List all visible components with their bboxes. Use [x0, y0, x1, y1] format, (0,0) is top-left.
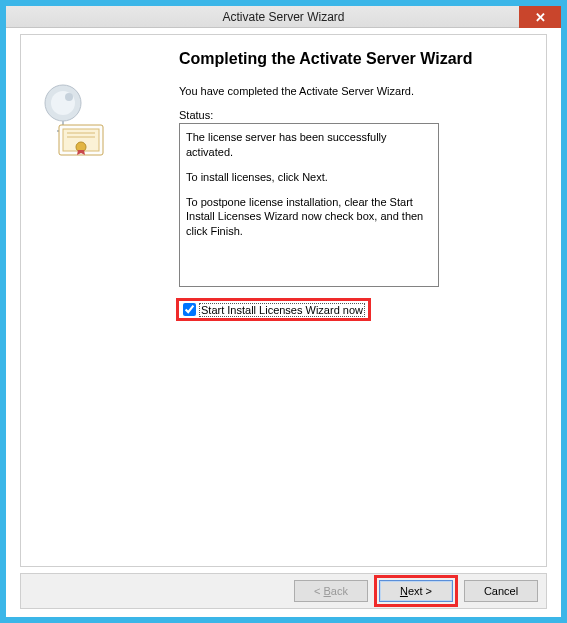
status-line: To install licenses, click Next.	[186, 170, 432, 185]
next-button[interactable]: Next >	[379, 580, 453, 602]
main-pane: Completing the Activate Server Wizard Yo…	[179, 49, 536, 556]
start-install-wizard-checkbox[interactable]	[183, 303, 196, 316]
status-label: Status:	[179, 109, 536, 121]
svg-point-2	[65, 93, 73, 101]
start-install-wizard-checkbox-row[interactable]: Start Install Licenses Wizard now	[179, 301, 368, 318]
window-title: Activate Server Wizard	[222, 10, 344, 24]
button-bar: < Back Next > Cancel	[20, 573, 547, 609]
start-install-wizard-label[interactable]: Start Install Licenses Wizard now	[200, 304, 364, 316]
content-pane: Completing the Activate Server Wizard Yo…	[20, 34, 547, 567]
status-line: To postpone license installation, clear …	[186, 195, 432, 240]
wizard-graphic	[33, 77, 113, 157]
back-button: < Back	[294, 580, 368, 602]
status-textbox: The license server has been successfully…	[179, 123, 439, 287]
wizard-window: Activate Server Wizard ✕ Completing the …	[0, 0, 567, 623]
close-button[interactable]: ✕	[519, 6, 561, 28]
cancel-button[interactable]: Cancel	[464, 580, 538, 602]
next-button-highlight: Next >	[374, 575, 458, 607]
intro-text: You have completed the Activate Server W…	[179, 85, 536, 97]
page-title: Completing the Activate Server Wizard	[179, 49, 536, 69]
titlebar: Activate Server Wizard ✕	[6, 6, 561, 28]
close-icon: ✕	[535, 10, 546, 25]
status-line: The license server has been successfully…	[186, 130, 432, 160]
